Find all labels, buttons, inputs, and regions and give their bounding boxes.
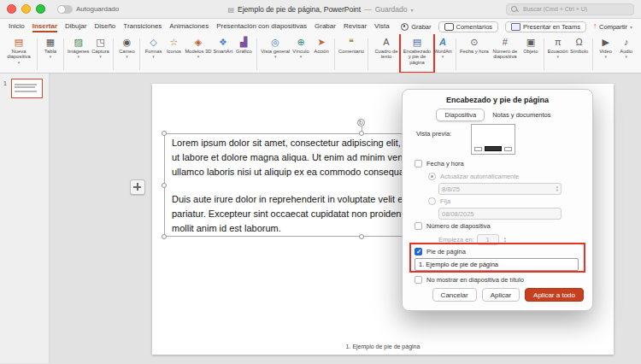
thumbnail-text-line bbox=[15, 91, 37, 92]
ribbon-button-label: Fecha y hora bbox=[460, 49, 489, 54]
workspace: 1 ↻ Lorem ipsum dolo bbox=[0, 73, 641, 363]
preview-footer-placeholder bbox=[485, 146, 502, 151]
3d-models-icon: ◈ bbox=[195, 37, 202, 48]
new-slide-icon: ▤ bbox=[15, 37, 23, 48]
tab-notas-y-documentos[interactable]: Notas y documentos bbox=[485, 109, 558, 121]
ribbon-button-encabezado-y-pie-de-pagina[interactable]: ▤ Encabezado y pie de página bbox=[402, 36, 432, 73]
ribbon-button-label: Nueva diapositiva bbox=[4, 49, 33, 60]
ribbon-button-formas[interactable]: ◇ Formas ▾ bbox=[143, 36, 163, 73]
ribbon-button-cuadro-de-texto[interactable]: A Cuadro de texto bbox=[371, 36, 402, 73]
ribbon-button-vista-general[interactable]: ◎ Vista general ▾ bbox=[260, 36, 291, 73]
tab-inicio[interactable]: Inicio bbox=[9, 21, 25, 32]
chevron-down-icon: ▾ bbox=[77, 55, 79, 59]
ribbon-separator bbox=[544, 38, 544, 70]
ribbon-separator bbox=[592, 38, 593, 70]
dialog-buttons: Cancelar Aplicar Aplicar a todo bbox=[432, 288, 584, 302]
ribbon-button-label: Acción bbox=[314, 49, 328, 54]
ribbon-button-label: Número de diapositiva bbox=[491, 49, 520, 60]
ribbon-button-wordart[interactable]: A WordArt ▾ bbox=[432, 36, 453, 73]
autosave-label: Autoguardado bbox=[76, 5, 119, 13]
ribbon-button-nueva-diapositiva[interactable]: ▤ Nueva diapositiva ▾ bbox=[3, 36, 34, 73]
cancel-button[interactable]: Cancelar bbox=[432, 288, 477, 302]
chevron-down-icon: ▾ bbox=[18, 61, 21, 65]
header-footer-dialog: Encabezado y pie de página Diapositiva N… bbox=[402, 89, 593, 311]
record-button[interactable]: Grabar bbox=[401, 23, 431, 31]
preview-label: Vista previa: bbox=[416, 130, 451, 138]
no-title-checkbox[interactable] bbox=[415, 276, 422, 284]
footer-checkbox-row: Pie de página bbox=[415, 248, 466, 255]
action-icon: ➤ bbox=[317, 37, 325, 48]
minimize-window-icon[interactable] bbox=[21, 4, 31, 14]
tab-transiciones[interactable]: Transiciones bbox=[123, 21, 162, 32]
autosave-toggle[interactable]: Autoguardado bbox=[57, 5, 119, 14]
tab-insertar[interactable]: Insertar bbox=[32, 21, 57, 32]
tab-animaciones[interactable]: Animaciones bbox=[169, 21, 209, 32]
fixed-date-radio[interactable] bbox=[428, 197, 436, 205]
teams-label: Presentar en Teams bbox=[523, 23, 580, 31]
tab-dibujar[interactable]: Dibujar bbox=[65, 21, 86, 32]
ribbon-button-imagenes[interactable]: ▨ Imágenes ▾ bbox=[67, 36, 90, 73]
icons-star-icon: ☆ bbox=[170, 37, 179, 48]
ribbon-button-iconos[interactable]: ☆ Iconos bbox=[163, 36, 184, 73]
footer-label: Pie de página bbox=[426, 248, 466, 255]
slide-thumbnail-panel: 1 bbox=[0, 73, 50, 363]
chevron-down-icon: ▾ bbox=[442, 55, 444, 59]
auto-update-radio[interactable] bbox=[428, 173, 436, 180]
toggle-switch-icon[interactable] bbox=[57, 5, 73, 14]
rotate-handle-icon[interactable]: ↻ bbox=[357, 119, 365, 126]
tab-presentacion[interactable]: Presentación con diapositivas bbox=[216, 21, 307, 32]
ribbon-button-smartart[interactable]: ❖ SmartArt bbox=[212, 36, 233, 73]
slide-thumbnail[interactable] bbox=[11, 79, 43, 98]
ribbon-button-comentario[interactable]: ❝ Comentario bbox=[338, 36, 365, 73]
comment-bubble-icon bbox=[444, 23, 454, 31]
ribbon-button-accion[interactable]: ➤ Acción bbox=[311, 36, 332, 73]
tab-diapositiva[interactable]: Diapositiva bbox=[436, 109, 485, 121]
comments-button[interactable]: Comentarios bbox=[438, 21, 499, 32]
datetime-checkbox[interactable] bbox=[415, 160, 422, 167]
share-button[interactable]: ↑ Compartir ▾ bbox=[593, 23, 632, 31]
ribbon-button-modelos-3d[interactable]: ◈ Modelos 3D ▾ bbox=[184, 36, 212, 73]
ribbon-tabs: Inicio Insertar Dibujar Diseño Transicio… bbox=[9, 21, 390, 32]
ribbon-button-captura[interactable]: ◳ Captura ▾ bbox=[90, 36, 110, 73]
footer-checkbox[interactable] bbox=[415, 248, 422, 255]
fixed-date-input[interactable]: 08/08/2025 bbox=[438, 208, 562, 220]
auto-update-select[interactable]: 8/8/25 ▴▾ bbox=[438, 183, 562, 195]
tab-grabar[interactable]: Grabar bbox=[315, 21, 336, 32]
apply-to-all-button[interactable]: Aplicar a todo bbox=[525, 288, 584, 302]
move-handle-icon[interactable] bbox=[130, 179, 145, 195]
ribbon-button-video[interactable]: ▶ Video ▾ bbox=[596, 36, 616, 73]
record-icon bbox=[401, 23, 409, 31]
ribbon-button-grafico[interactable]: ▟ Gráfico bbox=[233, 36, 254, 73]
ribbon-button-tabla[interactable]: ▦ Tabla ▾ bbox=[40, 36, 61, 73]
symbol-icon: Ω bbox=[576, 37, 583, 48]
ribbon-button-audio[interactable]: ♪ Audio ▾ bbox=[616, 36, 637, 73]
save-status-text[interactable]: Guardado bbox=[375, 5, 408, 14]
footer-input[interactable] bbox=[415, 258, 579, 271]
search-input[interactable] bbox=[521, 5, 629, 13]
starts-at-input[interactable]: 1 bbox=[477, 234, 499, 245]
tab-vista[interactable]: Vista bbox=[374, 21, 390, 32]
present-in-teams-button[interactable]: Presentar en Teams bbox=[505, 21, 586, 32]
ribbon-button-numero-de-diapositiva[interactable]: # Número de diapositiva bbox=[490, 36, 520, 73]
close-window-icon[interactable] bbox=[7, 4, 16, 14]
ribbon-button-simbolo[interactable]: Ω Símbolo bbox=[569, 36, 590, 73]
ribbon-button-ecuacion[interactable]: π Ecuación ▾ bbox=[547, 36, 569, 73]
search-box[interactable] bbox=[506, 3, 634, 15]
chart-icon: ▟ bbox=[240, 37, 247, 48]
ribbon-button-vinculo[interactable]: ⊕ Vínculo ▾ bbox=[291, 36, 311, 73]
tab-diseno[interactable]: Diseño bbox=[94, 21, 115, 32]
tab-revisar[interactable]: Revisar bbox=[344, 21, 367, 32]
stepper-icon[interactable]: ▴▾ bbox=[504, 237, 506, 244]
ribbon-button-cameo[interactable]: ◉ Cameo ▾ bbox=[116, 36, 137, 73]
preview-thumbnail bbox=[471, 124, 515, 155]
window-controls bbox=[7, 4, 45, 14]
apply-button[interactable]: Aplicar bbox=[482, 288, 520, 302]
chevron-down-icon: ▾ bbox=[50, 55, 52, 59]
ribbon-separator bbox=[139, 38, 140, 70]
slide-number-label: 1 bbox=[3, 80, 7, 86]
ribbon-button-fecha-y-hora[interactable]: ⊙ Fecha y hora bbox=[459, 36, 490, 73]
slide-number-checkbox[interactable] bbox=[415, 222, 422, 230]
zoom-window-icon[interactable] bbox=[36, 4, 45, 14]
date-time-icon: ⊙ bbox=[470, 37, 478, 48]
ribbon-button-objeto[interactable]: ▣ Objeto bbox=[520, 36, 541, 73]
